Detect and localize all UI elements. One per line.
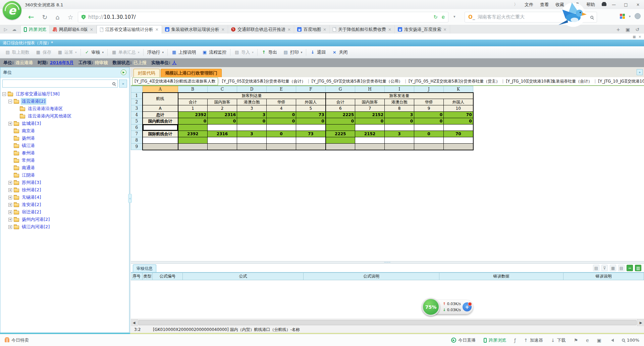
empty-cell[interactable] bbox=[267, 125, 296, 131]
daily-deal-link[interactable]: 今日特卖 bbox=[11, 337, 29, 343]
browser-tab[interactable]: 江苏省交通运输统计分析× bbox=[97, 25, 162, 34]
tree-item-label[interactable]: 徐州港[2] bbox=[21, 187, 42, 193]
column-header-I[interactable]: I bbox=[385, 86, 414, 93]
flag-icon[interactable]: ⚑ bbox=[574, 338, 578, 343]
audit-column-5[interactable]: 公式说明 bbox=[304, 273, 439, 280]
data-cell[interactable]: 2152 bbox=[355, 131, 385, 137]
collapse-icon[interactable]: − bbox=[8, 100, 12, 103]
empty-cell[interactable] bbox=[444, 137, 473, 144]
tree-item[interactable]: −扬州港 bbox=[2, 135, 128, 142]
sub-header-cell[interactable]: 外国人 bbox=[296, 99, 326, 105]
data-cell[interactable]: 0 bbox=[267, 112, 296, 118]
data-cell[interactable]: 3 bbox=[237, 131, 267, 137]
empty-cell[interactable] bbox=[385, 137, 414, 144]
expand-icon[interactable]: + bbox=[8, 203, 12, 207]
tree-item[interactable]: +淮安港[2] bbox=[2, 201, 128, 208]
empty-cell[interactable] bbox=[385, 125, 414, 131]
horizontal-splitter[interactable]: ┄┄┄ bbox=[131, 261, 644, 264]
data-cell[interactable]: 0 bbox=[267, 118, 296, 125]
data-cell[interactable]: 2225 bbox=[326, 131, 355, 137]
toolbar-button-4[interactable]: ✓审核▾ bbox=[82, 48, 107, 57]
code-cell[interactable]: 2 bbox=[208, 105, 237, 112]
menu-item-2[interactable]: 收藏 bbox=[555, 2, 564, 8]
scroll-left-icon[interactable]: ◀ bbox=[131, 319, 138, 326]
home-icon[interactable]: ⌂ bbox=[56, 13, 60, 21]
tree-item-label[interactable]: 江阴港 bbox=[21, 172, 36, 179]
audit-column-3[interactable]: 公式编号 bbox=[153, 273, 183, 280]
live-today-button[interactable]: ▶今日直播 bbox=[451, 337, 476, 343]
menu-item-1[interactable]: 查看 bbox=[540, 2, 549, 8]
tree-item[interactable]: −常州港 bbox=[2, 157, 128, 164]
close-tab-icon[interactable]: × bbox=[388, 27, 391, 32]
data-cell[interactable]: 0 bbox=[385, 118, 414, 125]
menu-item-0[interactable]: 文件 bbox=[525, 2, 533, 8]
speed-widget[interactable]: 75% ↑ 0.03K/s ↓ 0.03K/s + bbox=[422, 298, 473, 316]
toolbar-button-13[interactable]: ×关闭 bbox=[329, 48, 351, 57]
tree-item-label[interactable]: 苏州港[3] bbox=[21, 179, 42, 186]
expand-icon[interactable]: + bbox=[8, 122, 12, 126]
tree-item-label[interactable]: 江苏省交通运输厅[38] bbox=[15, 91, 61, 97]
sub-header-cell[interactable]: 港澳台胞 bbox=[385, 99, 414, 105]
expand-icon[interactable]: + bbox=[8, 218, 12, 221]
tree-item[interactable]: −连云港港沿海港区 bbox=[2, 105, 128, 112]
tree-item[interactable]: −南通港 bbox=[2, 164, 128, 171]
data-cell[interactable]: 3 bbox=[385, 112, 414, 118]
tab-list-icon[interactable]: ▣ bbox=[626, 27, 630, 32]
expand-icon[interactable]: + bbox=[8, 196, 12, 199]
empty-cell[interactable] bbox=[355, 125, 385, 131]
sub-header-cell[interactable]: 国内旅客 bbox=[355, 99, 385, 105]
report-tab-6[interactable]: [Y_JTG_10_JG][交统港10表]集装箱吞吐量 bbox=[596, 78, 644, 85]
code-cell[interactable]: 10 bbox=[444, 105, 473, 112]
column-header-E[interactable]: E bbox=[267, 86, 296, 93]
empty-cell[interactable] bbox=[296, 125, 326, 131]
code-cell[interactable]: 6 bbox=[326, 105, 355, 112]
search-box[interactable]: O_ 湖南客车起火伤亡重大 bbox=[465, 12, 597, 22]
toolbar-button-12[interactable]: ↓退回 bbox=[307, 48, 329, 57]
scroll-thumb[interactable] bbox=[138, 320, 637, 325]
data-cell[interactable]: 73 bbox=[296, 131, 326, 137]
tree-item-label[interactable]: 南通港 bbox=[21, 164, 36, 171]
report-tab-5[interactable]: [Y_JTG_10][交统港10表]集装箱吞吐量（合计） bbox=[504, 78, 594, 85]
empty-cell[interactable] bbox=[178, 125, 208, 131]
data-cell[interactable]: 0 bbox=[444, 118, 473, 125]
ie-compat-icon[interactable]: e bbox=[586, 338, 589, 343]
empty-cell[interactable] bbox=[143, 137, 178, 144]
data-cell[interactable]: 0 bbox=[178, 118, 208, 125]
audit-excel-icon[interactable]: ▦ bbox=[610, 265, 616, 271]
search-icon[interactable] bbox=[112, 82, 115, 85]
disabled-cell[interactable] bbox=[385, 144, 414, 150]
empty-cell[interactable] bbox=[444, 125, 473, 131]
sub-header-cell[interactable]: 国内旅客 bbox=[208, 99, 237, 105]
expand-icon[interactable]: + bbox=[8, 188, 12, 192]
data-cell[interactable]: 2316 bbox=[208, 131, 237, 137]
close-tab-icon[interactable]: × bbox=[323, 27, 326, 32]
apps-dropdown-icon[interactable]: ▾ bbox=[629, 14, 631, 18]
data-cell[interactable]: 0 bbox=[414, 131, 444, 137]
tree-item-label[interactable]: 连云港港沿海港区 bbox=[27, 105, 64, 112]
column-header-C[interactable]: C bbox=[208, 86, 237, 93]
page-refresh-icon[interactable]: ↻ bbox=[433, 14, 438, 20]
axis-header-cell[interactable]: 航线 bbox=[143, 93, 178, 105]
data-cell[interactable]: 2152 bbox=[355, 112, 385, 118]
data-cell[interactable]: 0 bbox=[355, 118, 385, 125]
new-tab-icon[interactable]: + bbox=[616, 27, 620, 32]
disabled-cell[interactable] bbox=[208, 144, 237, 150]
back-icon[interactable]: ← bbox=[28, 13, 34, 21]
audit-column-1[interactable]: 序号 bbox=[131, 273, 143, 280]
audit-preview-icon[interactable]: ▤ bbox=[618, 265, 625, 271]
apps-grid-icon[interactable] bbox=[620, 14, 625, 19]
empty-cell[interactable] bbox=[208, 137, 237, 144]
code-cell[interactable]: A bbox=[143, 105, 178, 112]
data-cell[interactable]: 3 bbox=[385, 131, 414, 137]
column-header-F[interactable]: F bbox=[296, 86, 326, 93]
column-header-J[interactable]: J bbox=[414, 86, 444, 93]
code-cell[interactable]: 4 bbox=[267, 105, 296, 112]
audit-column-2[interactable]: 类型 bbox=[143, 273, 153, 280]
unit-search-more-button[interactable]: » bbox=[119, 80, 127, 88]
flash-tool-icon[interactable]: ƒ bbox=[514, 338, 516, 343]
tree-item[interactable]: +无锡港[4] bbox=[2, 194, 128, 201]
sub-header-cell[interactable]: 合计 bbox=[326, 99, 355, 105]
data-cell[interactable]: 0 bbox=[414, 118, 444, 125]
browser-tab[interactable]: 集装箱铁水联运现状分析× bbox=[162, 25, 228, 34]
menu-item-4[interactable]: 帮助 bbox=[586, 2, 595, 8]
